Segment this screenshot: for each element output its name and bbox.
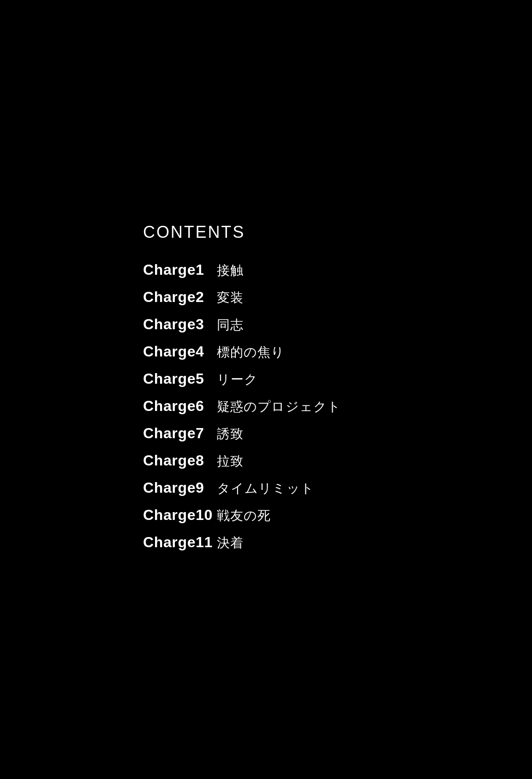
list-item: Charge1接触: [143, 257, 532, 284]
chapter-number: Charge1: [143, 261, 217, 278]
chapter-number: Charge5: [143, 370, 217, 387]
chapter-number: Charge4: [143, 343, 217, 360]
list-item: Charge5リーク: [143, 366, 532, 393]
chapter-title: タイムリミット: [217, 480, 314, 497]
list-item: Charge7誘致: [143, 420, 532, 447]
chapter-title: 誘致: [217, 425, 244, 443]
list-item: Charge9タイムリミット: [143, 475, 532, 502]
chapter-title: リーク: [217, 371, 258, 388]
chapter-title: 決着: [217, 534, 244, 552]
contents-section: CONTENTS Charge1接触Charge2変装Charge3同志Char…: [143, 223, 532, 556]
chapter-number: Charge6: [143, 398, 217, 415]
list-item: Charge10戦友の死: [143, 502, 532, 529]
chapter-list: Charge1接触Charge2変装Charge3同志Charge4標的の焦りC…: [143, 257, 532, 556]
chapter-number: Charge9: [143, 479, 217, 496]
chapter-title: 標的の焦り: [217, 344, 285, 361]
chapter-title: 変装: [217, 289, 244, 307]
chapter-number: Charge3: [143, 316, 217, 333]
chapter-number: Charge11: [143, 534, 217, 551]
chapter-title: 同志: [217, 316, 244, 334]
chapter-number: Charge7: [143, 425, 217, 442]
chapter-title: 接触: [217, 262, 244, 279]
list-item: Charge6疑惑のプロジェクト: [143, 393, 532, 420]
list-item: Charge4標的の焦り: [143, 338, 532, 366]
chapter-number: Charge2: [143, 289, 217, 306]
chapter-number: Charge8: [143, 452, 217, 469]
contents-heading: CONTENTS: [143, 223, 532, 242]
page: CONTENTS Charge1接触Charge2変装Charge3同志Char…: [0, 0, 532, 779]
chapter-title: 拉致: [217, 453, 244, 470]
list-item: Charge3同志: [143, 311, 532, 338]
chapter-number: Charge10: [143, 507, 217, 524]
chapter-title: 戦友の死: [217, 507, 271, 525]
list-item: Charge8拉致: [143, 447, 532, 475]
chapter-title: 疑惑のプロジェクト: [217, 398, 341, 416]
list-item: Charge11決着: [143, 529, 532, 556]
list-item: Charge2変装: [143, 284, 532, 311]
